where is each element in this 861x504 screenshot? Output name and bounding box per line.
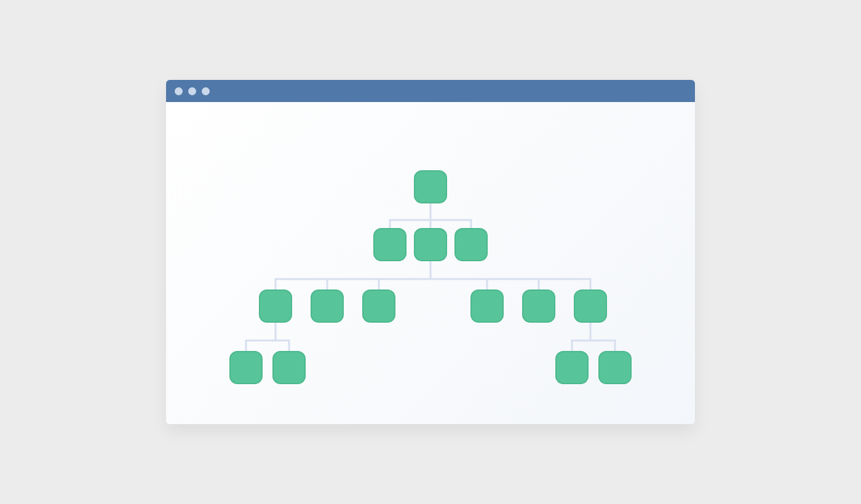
tree-node [374,229,406,261]
tree-node [260,290,292,322]
tree-node [273,352,305,384]
tree-node [556,352,588,384]
tree-connectors [246,200,615,354]
window-titlebar [166,80,695,102]
window-control-dot [202,87,210,95]
tree-node [415,171,446,203]
browser-window [166,80,695,424]
tree-node [455,229,487,261]
tree-node [471,290,503,322]
tree-node [523,290,555,322]
window-control-dot [175,87,183,95]
tree-node [599,352,631,384]
tree-node [363,290,395,322]
tree-node [311,290,343,322]
window-control-dot [188,87,196,95]
tree-node [230,352,262,384]
window-content [166,102,695,424]
tree-node [415,229,446,261]
tree-diagram [166,102,695,424]
tree-node [574,290,606,322]
